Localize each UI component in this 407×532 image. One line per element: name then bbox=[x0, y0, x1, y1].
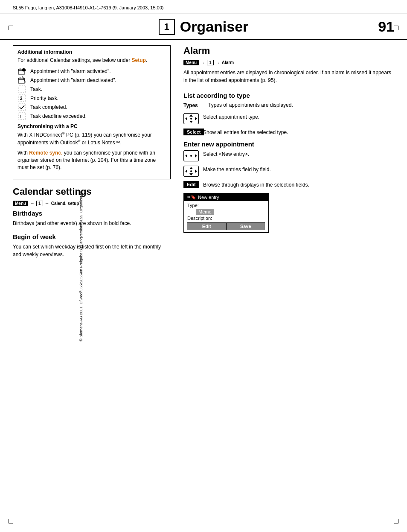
select-row: Select Show all entries for the selected… bbox=[183, 129, 394, 136]
dpad-icon-3 bbox=[183, 166, 199, 177]
select-button-area: Select bbox=[183, 129, 199, 135]
remote-sync-link: Remote sync. bbox=[29, 150, 62, 156]
birthdays-title: Birthdays bbox=[13, 210, 171, 217]
phone-type-row: Type: bbox=[187, 203, 265, 208]
icon-4-label: Priority task. bbox=[30, 95, 58, 101]
sync-text-1: With XTNDConnect® PC (p. 119) you can sy… bbox=[17, 131, 166, 146]
phone-edit-btn: Edit bbox=[187, 223, 227, 230]
right-column: Alarm Menu → 1 → Alarm All appointment e… bbox=[179, 45, 394, 264]
task-deadline-icon: ! bbox=[17, 112, 27, 120]
edit-button-area: Edit bbox=[183, 181, 199, 188]
dpad-icon-1 bbox=[183, 113, 199, 124]
edit-button: Edit bbox=[183, 181, 199, 188]
edit-row: Edit Browse through displays in the sele… bbox=[183, 181, 394, 189]
list-by-type-title: List according to type bbox=[183, 92, 394, 99]
icon-2-label: Appointment with "alarm deactivated". bbox=[30, 77, 116, 83]
alarm-activated-icon bbox=[17, 67, 27, 75]
nav-row-3: Make the entries field by field. bbox=[183, 166, 394, 177]
svg-point-21 bbox=[190, 118, 192, 120]
alarm-deactivated-icon bbox=[17, 76, 27, 84]
chapter-icon: 1 bbox=[159, 19, 175, 35]
enter-new-title: Enter new appointment bbox=[183, 140, 394, 148]
phone-mockup: ✏🔖 New entry Type: Memo Description: Edi… bbox=[183, 193, 269, 233]
nav1-text: Select appointment type. bbox=[203, 113, 394, 121]
alarm-menu-button: Menu bbox=[183, 60, 199, 65]
header-text: SL55 Fugu, lang en, A31008-H4910-A1-1-76… bbox=[13, 5, 163, 10]
dpad-icon-2 bbox=[183, 150, 199, 161]
arrow-2: → bbox=[45, 201, 49, 206]
icon-5-label: Task completed. bbox=[30, 104, 67, 110]
birthdays-text: Birthdays (and other events) are shown i… bbox=[13, 219, 171, 227]
icon-1-label: Appointment with "alarm activated". bbox=[30, 68, 111, 74]
begin-of-week-title: Begin of week bbox=[13, 233, 171, 240]
alarm-title: Alarm bbox=[183, 45, 394, 56]
icon-row-6: ! Task deadline exceeded. bbox=[17, 112, 166, 120]
task-icon bbox=[17, 85, 27, 93]
sync-text-2: With Remote sync. you can synchronise yo… bbox=[17, 149, 166, 171]
nav3-text: Make the entries field by field. bbox=[203, 166, 394, 173]
left-column: Additional information For additional Ca… bbox=[13, 45, 179, 264]
select-text: Show all entries for the selected type. bbox=[203, 129, 394, 136]
icon-row-4: 2 Priority task. bbox=[17, 94, 166, 102]
svg-rect-10 bbox=[19, 86, 26, 93]
phone-desc-row: Description: bbox=[187, 216, 265, 221]
alarm-menu-path: Menu → 1 → Alarm bbox=[183, 60, 394, 65]
page-header: SL55 Fugu, lang en, A31008-H4910-A1-1-76… bbox=[0, 0, 407, 14]
sidebar-copyright: © Siemens AG 2001, D:\Pool\L55\SL55\en F… bbox=[79, 191, 83, 342]
phone-type-label: Type: bbox=[187, 203, 199, 208]
select-button: Select bbox=[183, 129, 204, 135]
info-box-title: Additional information bbox=[17, 49, 166, 55]
icon-row-3: Task. bbox=[17, 85, 166, 93]
phone-header-icons: ✏🔖 bbox=[187, 195, 196, 199]
alarm-path-label: Alarm bbox=[222, 60, 234, 65]
nav2-text: Select <New entry>. bbox=[203, 150, 394, 158]
icon-row-1: Appointment with "alarm activated". bbox=[17, 67, 166, 75]
phone-mockup-body: Type: Memo Description: Edit Save bbox=[184, 201, 268, 232]
types-label: Types bbox=[183, 102, 205, 109]
calendar-settings-title: Calendar settings bbox=[13, 186, 171, 197]
alarm-intro: All appointment entries are displayed in… bbox=[183, 69, 394, 84]
edit-text: Browse through displays in the selection… bbox=[203, 181, 394, 189]
icon-row-2: Appointment with "alarm deactivated". bbox=[17, 76, 166, 84]
icon-6-label: Task deadline exceeded. bbox=[30, 113, 87, 119]
phone-type-value: Memo bbox=[196, 209, 214, 215]
types-text: Types of appointments are displayed. bbox=[208, 102, 293, 109]
types-row: Types Types of appointments are displaye… bbox=[183, 102, 394, 109]
calend-setup-label: Calend. setup bbox=[51, 201, 79, 206]
svg-point-31 bbox=[190, 170, 192, 172]
alarm-arrow-1: → bbox=[201, 60, 205, 65]
phone-header-text: New entry bbox=[198, 195, 219, 200]
icon-3-label: Task. bbox=[30, 86, 42, 92]
phone-footer: Edit Save bbox=[187, 222, 265, 230]
begin-of-week-text: You can set which weekday is listed firs… bbox=[13, 243, 171, 258]
phone-mockup-header: ✏🔖 New entry bbox=[184, 193, 268, 201]
setup-link: Setup bbox=[132, 57, 146, 63]
info-box: Additional information For additional Ca… bbox=[13, 45, 171, 179]
svg-text:!: ! bbox=[20, 114, 21, 119]
alarm-path-icon: 1 bbox=[207, 60, 214, 65]
menu-path-icon: 1 bbox=[36, 201, 43, 206]
alarm-arrow-2: → bbox=[215, 60, 220, 65]
priority-task-icon: 2 bbox=[17, 94, 27, 102]
sync-title: Synchronising with a PC bbox=[17, 123, 166, 129]
info-box-intro: For additional Calendar settings, see be… bbox=[17, 57, 166, 64]
chapter-name: Organiser bbox=[180, 18, 249, 35]
nav-row-1: Select appointment type. bbox=[183, 113, 394, 124]
phone-type-value-row: Memo bbox=[187, 209, 265, 215]
svg-point-25 bbox=[190, 155, 192, 157]
title-bar: 1 Organiser 91 bbox=[0, 14, 407, 40]
task-completed-icon bbox=[17, 103, 27, 111]
phone-save-btn: Save bbox=[227, 223, 265, 230]
page-number: 91 bbox=[378, 18, 394, 35]
svg-text:2: 2 bbox=[20, 96, 23, 101]
icon-row-5: Task completed. bbox=[17, 103, 166, 111]
calendar-menu-path: Menu → 1 → Calend. setup bbox=[13, 201, 171, 206]
menu-button: Menu bbox=[13, 201, 28, 206]
phone-desc-label: Description: bbox=[187, 216, 212, 221]
arrow-1: → bbox=[30, 201, 35, 206]
nav-row-2: Select <New entry>. bbox=[183, 150, 394, 161]
